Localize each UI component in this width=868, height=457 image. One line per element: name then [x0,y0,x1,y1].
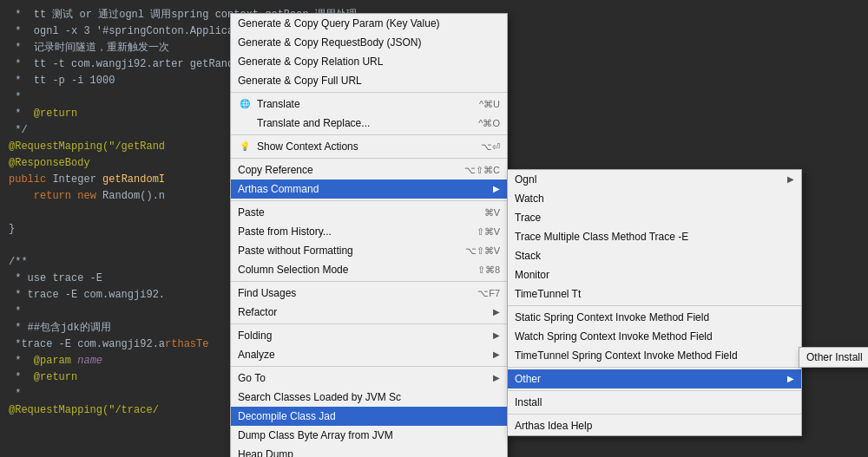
menu-item-label: Trace [515,208,541,227]
menu-item-generate-requestbody[interactable]: Generate & Copy RequestBody (JSON) [231,33,507,52]
arthas-menu-install[interactable]: Install [508,393,801,412]
menu-item-label: Translate [257,95,300,114]
arthas-menu-ognl[interactable]: Ognl ▶ [508,170,801,189]
menu-item-label: TimeTunnel Tt [515,284,581,304]
menu-item-label: Watch Spring Context Invoke Method Field [515,327,713,346]
menu-item-label: Stack [515,246,541,265]
menu-item-label: Copy Reference [238,160,313,180]
menu-separator [231,366,507,367]
arthas-menu-help[interactable]: Arthas Idea Help [508,416,801,435]
arthas-menu-timetunnel-spring[interactable]: TimeTunnel Spring Context Invoke Method … [508,346,801,365]
submenu-arrow: ▶ [493,326,500,345]
menu-item-translate-replace[interactable]: Translate and Replace... ^⌘O [231,114,507,133]
shortcut-label: ⇧⌘V [477,222,500,241]
menu-item-label: Analyze [238,345,275,364]
menu-item-label: Trace Multiple Class Method Trace -E [515,227,688,246]
menu-item-find-usages[interactable]: Find Usages ⌥F7 [231,284,507,303]
menu-item-label: Dump Class Byte Array from JVM [238,426,393,445]
lightbulb-icon: 💡 [238,140,252,153]
shortcut-label: ⌥⇧⌘V [465,241,500,260]
menu-separator [231,200,507,201]
menu-item-label: Generate & Copy Relation URL [238,52,383,71]
menu-separator [231,158,507,159]
menu-item-folding[interactable]: Folding ▶ [231,326,507,345]
menu-item-goto[interactable]: Go To ▶ [231,369,507,388]
menu-item-copy-reference[interactable]: Copy Reference ⌥⇧⌘C [231,160,507,180]
menu-item-show-context-actions[interactable]: 💡 Show Context Actions ⌥⏎ [231,137,507,156]
menu-item-label: Monitor [515,265,549,284]
shortcut-label: ⌥F7 [477,284,500,303]
menu-item-analyze[interactable]: Analyze ▶ [231,345,507,364]
menu-item-column-select[interactable]: Column Selection Mode ⇧⌘8 [231,260,507,279]
submenu-arrow: ▶ [493,303,500,322]
arthas-menu-watch-spring[interactable]: Watch Spring Context Invoke Method Field [508,327,801,346]
menu-item-arthas-command[interactable]: Arthas Command ▶ [231,180,507,199]
other-menu-install[interactable]: Other Install [799,348,868,367]
menu-item-translate[interactable]: 🌐 Translate ^⌘U [231,95,507,114]
submenu-arrow: ▶ [787,170,794,189]
menu-item-generate-query[interactable]: Generate & Copy Query Param (Key Value) [231,14,507,33]
menu-item-generate-relation-url[interactable]: Generate & Copy Relation URL [231,52,507,71]
menu-item-label: Watch [515,189,544,208]
menu-item-heap-dump[interactable]: Heap Dump [231,445,507,457]
menu-item-label: Folding [238,326,272,345]
submenu-arrow: ▶ [493,345,500,364]
menu-separator [231,134,507,135]
arthas-menu-stack[interactable]: Stack [508,246,801,265]
menu-item-label: Paste without Formatting [238,241,353,260]
menu-item-label: Install [515,393,542,412]
menu-item-label: Heap Dump [238,445,293,457]
arthas-menu-watch[interactable]: Watch [508,189,801,208]
arthas-menu-other[interactable]: Other ▶ [508,369,801,388]
shortcut-label: ^⌘O [478,114,500,133]
shortcut-label: ^⌘U [479,95,500,114]
menu-item-generate-full-url[interactable]: Generate & Copy Full URL [231,71,507,90]
menu-item-label: Translate and Replace... [257,114,370,133]
context-menu: Generate & Copy Query Param (Key Value) … [230,13,508,457]
menu-item-label: Refactor [238,303,277,322]
menu-item-label: Generate & Copy Full URL [238,71,362,90]
submenu-arrow: ▶ [493,369,500,388]
menu-item-label: Find Usages [238,284,296,303]
menu-item-decompile-jad[interactable]: Decompile Class Jad [231,407,507,426]
menu-item-label: Ognl [515,170,536,189]
menu-item-label: TimeTunnel Spring Context Invoke Method … [515,346,738,365]
arthas-submenu: Ognl ▶ Watch Trace Trace Multiple Class … [507,169,802,436]
shortcut-label: ⌥⏎ [481,137,500,156]
submenu-arrow: ▶ [493,180,500,199]
menu-item-label: Generate & Copy RequestBody (JSON) [238,33,421,52]
menu-item-refactor[interactable]: Refactor ▶ [231,303,507,322]
menu-item-label: Static Spring Context Invoke Method Fiel… [515,308,709,327]
menu-item-paste-no-format[interactable]: Paste without Formatting ⌥⇧⌘V [231,241,507,260]
menu-separator [231,281,507,282]
menu-item-label: Arthas Command [238,180,319,199]
arthas-menu-trace-multiple[interactable]: Trace Multiple Class Method Trace -E [508,227,801,246]
menu-item-search-classes[interactable]: Search Classes Loaded by JVM Sc [231,388,507,407]
shortcut-label: ⇧⌘8 [477,260,500,279]
translate-icon: 🌐 [238,97,252,111]
submenu-arrow: ▶ [787,369,794,388]
menu-item-dump-class[interactable]: Dump Class Byte Array from JVM [231,426,507,445]
menu-item-label: Other Install [806,348,863,367]
menu-item-label: Paste [238,203,265,222]
menu-separator [508,305,801,306]
menu-item-label: Column Selection Mode [238,260,348,279]
menu-separator [508,390,801,391]
menu-separator [231,323,507,324]
shortcut-label: ⌘V [484,203,500,222]
menu-separator [508,414,801,415]
menu-item-label: Arthas Idea Help [515,416,592,435]
menu-item-label: Generate & Copy Query Param (Key Value) [238,14,440,33]
arthas-menu-static-spring[interactable]: Static Spring Context Invoke Method Fiel… [508,308,801,327]
spacer-icon [238,116,252,130]
menu-item-label: Go To [238,369,266,388]
menu-item-paste[interactable]: Paste ⌘V [231,203,507,222]
menu-item-label: Paste from History... [238,222,332,241]
arthas-menu-trace[interactable]: Trace [508,208,801,227]
menu-item-paste-history[interactable]: Paste from History... ⇧⌘V [231,222,507,241]
arthas-menu-timetunnel[interactable]: TimeTunnel Tt [508,284,801,304]
menu-item-label: Show Context Actions [257,137,358,156]
menu-item-label: Decompile Class Jad [238,407,336,426]
arthas-menu-monitor[interactable]: Monitor [508,265,801,284]
menu-separator [231,92,507,93]
